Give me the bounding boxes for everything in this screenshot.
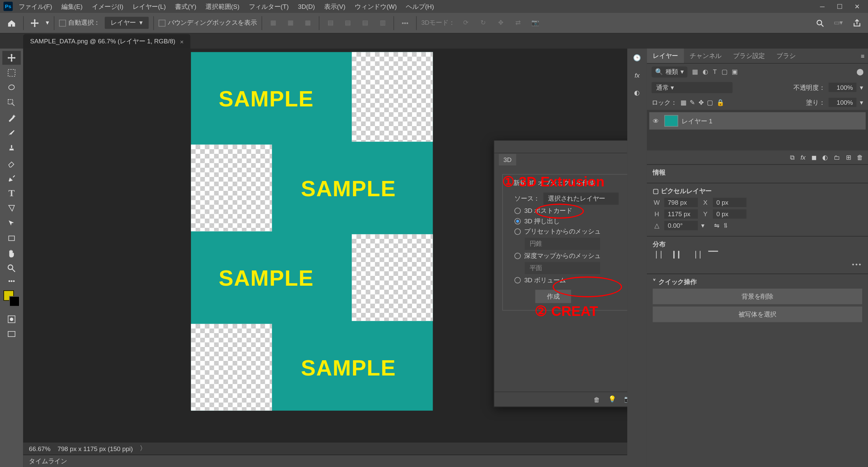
fx-panel-icon[interactable]: fx	[631, 69, 643, 81]
align-hcenter-prop-icon[interactable]: ▎▎	[673, 251, 683, 259]
camera-icon[interactable]: 📷	[529, 17, 542, 29]
zoom-tool[interactable]	[2, 261, 21, 275]
camera-3d-icon[interactable]: 📷	[624, 395, 627, 403]
layer-mask-icon[interactable]: ◼	[811, 154, 816, 161]
rectangle-tool[interactable]	[2, 231, 21, 245]
flip-v-icon[interactable]: ⥮	[723, 222, 728, 229]
show-bbox-checkbox[interactable]: バウンディングボックスを表示	[159, 19, 257, 27]
distribute-icon[interactable]: ▥	[376, 17, 389, 29]
layer-fx-icon[interactable]: fx	[801, 154, 806, 161]
align-left-icon[interactable]: ▦	[267, 17, 280, 29]
menu-image[interactable]: イメージ(I)	[88, 0, 127, 13]
filter-pixel-icon[interactable]: ▦	[692, 68, 698, 76]
lock-paint-icon[interactable]: ✎	[690, 99, 695, 106]
roll-icon[interactable]: ↻	[477, 17, 490, 29]
align-bottom-icon[interactable]: ▤	[359, 17, 372, 29]
tab-brushes[interactable]: ブラシ	[771, 48, 801, 63]
canvas-area[interactable]: SAMPLE SAMPLE SAMPLE SAMPLE « × 3D ≡	[23, 48, 627, 442]
align-middle-icon[interactable]: ▤	[341, 17, 354, 29]
more-align-icon[interactable]: •••	[852, 261, 862, 268]
adjustments-panel-icon[interactable]: ◐	[631, 87, 643, 98]
auto-select-checkbox[interactable]: 自動選択：	[59, 19, 100, 27]
pen-tool[interactable]	[2, 171, 21, 185]
doc-dimensions[interactable]: 798 px x 1175 px (150 ppi)	[57, 445, 133, 452]
light-3d-icon[interactable]: 💡	[608, 395, 616, 403]
brush-tool[interactable]	[2, 126, 21, 140]
eraser-tool[interactable]	[2, 156, 21, 170]
search-icon[interactable]	[813, 17, 826, 29]
maximize-button[interactable]: ☐	[832, 1, 847, 12]
fill-value[interactable]: 100%	[829, 98, 856, 107]
menu-window[interactable]: ウィンドウ(W)	[351, 0, 400, 13]
align-top-icon[interactable]: ▤	[324, 17, 337, 29]
marquee-tool[interactable]	[2, 66, 21, 80]
move-tool-icon[interactable]	[28, 17, 41, 29]
color-swatches[interactable]	[3, 290, 20, 307]
screen-mode-icon[interactable]: ▭▾	[832, 17, 845, 29]
filter-type-icon[interactable]: T	[713, 68, 717, 75]
menu-edit[interactable]: 編集(E)	[58, 0, 86, 13]
share-icon[interactable]	[851, 17, 864, 29]
tab-layers[interactable]: レイヤー	[647, 48, 684, 63]
orbit-icon[interactable]: ⟳	[459, 17, 472, 29]
status-arrow-icon[interactable]: 〉	[140, 444, 146, 453]
height-field[interactable]: 1175 px	[664, 209, 698, 219]
move-tool[interactable]	[2, 51, 21, 65]
menu-file[interactable]: ファイル(F)	[15, 0, 56, 13]
opacity-value[interactable]: 100%	[829, 83, 856, 92]
link-layers-icon[interactable]: ⧉	[790, 154, 795, 161]
group-icon[interactable]: 🗀	[834, 154, 840, 161]
home-icon[interactable]	[5, 16, 19, 30]
close-tab-icon[interactable]: ×	[180, 38, 184, 45]
timeline-bar[interactable]: タイムライン	[23, 454, 627, 467]
menu-select[interactable]: 選択範囲(S)	[202, 0, 243, 13]
radio-preset-mesh[interactable]: プリセットからのメッシュ	[509, 227, 627, 236]
type-tool[interactable]: T	[2, 186, 21, 200]
filter-smart-icon[interactable]: ▣	[732, 68, 737, 76]
lasso-tool[interactable]	[2, 81, 21, 95]
delete-3d-icon[interactable]: 🗑	[594, 396, 600, 403]
radio-postcard[interactable]: 3D ポストカード	[509, 206, 627, 215]
shape-tool[interactable]	[2, 201, 21, 215]
align-top-prop-icon[interactable]: ▔▔	[708, 251, 717, 259]
layer-thumbnail[interactable]	[664, 115, 678, 127]
layer-name[interactable]: レイヤー 1	[682, 117, 712, 125]
radio-depth-map[interactable]: 深度マップからのメッシュ	[509, 251, 627, 260]
visibility-icon[interactable]: 👁	[653, 117, 661, 124]
history-panel-icon[interactable]: 🕒	[631, 52, 643, 64]
source-dropdown[interactable]: 選択されたレイヤー	[543, 192, 618, 205]
lock-artboard-icon[interactable]: ▢	[707, 99, 713, 106]
layer-row[interactable]: 👁 レイヤー 1	[649, 112, 866, 129]
hand-tool[interactable]	[2, 246, 21, 260]
radio-volume[interactable]: 3D ボリューム	[509, 276, 627, 285]
angle-field[interactable]: 0.00°	[664, 221, 698, 230]
align-center-icon[interactable]: ▦	[284, 17, 297, 29]
layer-filter-dropdown[interactable]: 🔍 種類 ▾	[652, 66, 688, 77]
quick-mask-tool[interactable]	[2, 312, 21, 326]
layers-panel-menu-icon[interactable]: ≡	[857, 52, 868, 59]
path-select-tool[interactable]	[2, 216, 21, 230]
more-options-icon[interactable]: •••	[399, 17, 412, 29]
menu-filter[interactable]: フィルター(T)	[245, 0, 292, 13]
remove-background-button[interactable]: 背景を削除	[653, 289, 862, 304]
edit-toolbar-icon[interactable]: •••	[2, 277, 21, 286]
filter-adjust-icon[interactable]: ◐	[703, 68, 708, 76]
menu-view[interactable]: 表示(V)	[321, 0, 349, 13]
minimize-button[interactable]: ─	[815, 1, 830, 12]
lock-all-icon[interactable]: ▦	[680, 99, 686, 106]
radio-extrude[interactable]: 3D 押し出し	[509, 217, 627, 226]
menu-type[interactable]: 書式(Y)	[172, 0, 200, 13]
x-field[interactable]: 0 px	[713, 198, 747, 207]
delete-layer-icon[interactable]: 🗑	[857, 154, 863, 161]
tab-channels[interactable]: チャンネル	[684, 48, 727, 63]
screen-mode-tool[interactable]	[2, 327, 21, 341]
filter-shape-icon[interactable]: ▢	[722, 68, 727, 76]
width-field[interactable]: 798 px	[664, 198, 698, 207]
slide-icon[interactable]: ⇄	[512, 17, 525, 29]
select-subject-button[interactable]: 被写体を選択	[653, 306, 862, 322]
create-button[interactable]: 作成	[535, 290, 571, 303]
lock-move-icon[interactable]: ✥	[698, 99, 704, 106]
flip-h-icon[interactable]: ⇋	[714, 222, 719, 229]
document-tab[interactable]: SAMPLE_DATA.png @ 66.7% (レイヤー 1, RGB/8) …	[23, 34, 191, 49]
new-layer-icon[interactable]: ⊞	[846, 154, 851, 161]
